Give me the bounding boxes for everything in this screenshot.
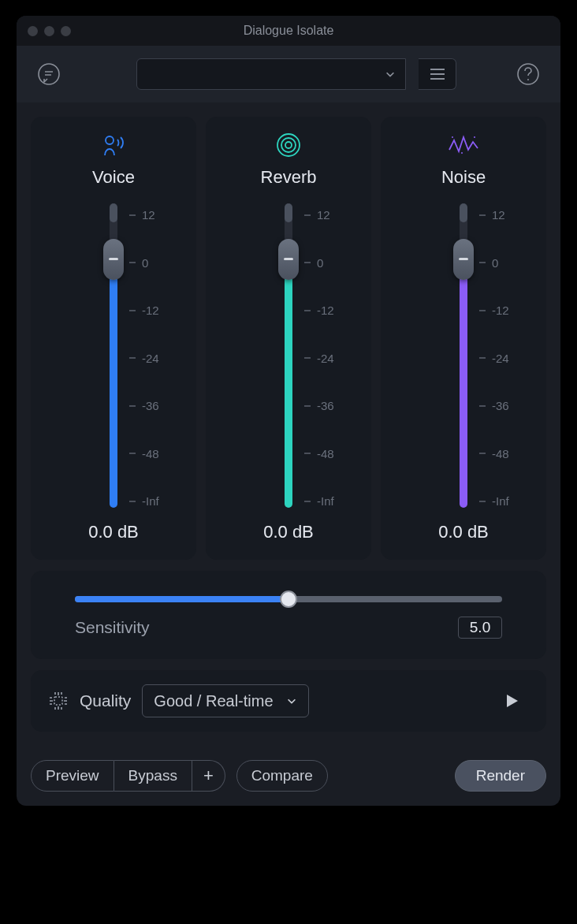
reverb-fill bbox=[285, 259, 292, 508]
noise-slider-track[interactable] bbox=[460, 208, 467, 508]
play-icon bbox=[505, 693, 519, 709]
sliders-row: Voice 12 0 -12 -24 -36 -48 -Inf bbox=[31, 117, 546, 560]
preview-bypass-group: Preview Bypass + bbox=[31, 760, 225, 792]
noise-label: Noise bbox=[441, 167, 486, 188]
footer: Preview Bypass + Compare Render bbox=[17, 746, 560, 806]
sensitivity-slider[interactable] bbox=[75, 596, 502, 602]
titlebar: Dialogue Isolate bbox=[17, 16, 560, 46]
preview-button[interactable]: Preview bbox=[31, 760, 114, 792]
chat-icon[interactable] bbox=[34, 59, 64, 89]
preset-menu-button[interactable] bbox=[419, 58, 456, 90]
hamburger-icon bbox=[429, 67, 446, 81]
reverb-slider-thumb[interactable] bbox=[278, 239, 299, 280]
plus-button[interactable]: + bbox=[192, 760, 225, 792]
render-button[interactable]: Render bbox=[455, 760, 546, 792]
noise-icon bbox=[448, 131, 479, 159]
svg-point-7 bbox=[527, 79, 529, 80]
svg-point-0 bbox=[39, 64, 59, 84]
window-controls bbox=[28, 26, 71, 36]
chevron-down-icon bbox=[286, 695, 297, 706]
voice-ticks: 12 0 -12 -24 -36 -48 -Inf bbox=[129, 208, 159, 508]
svg-point-12 bbox=[452, 136, 453, 138]
sensitivity-panel: Sensitivity 5.0 bbox=[31, 571, 546, 659]
toolbar bbox=[17, 46, 560, 102]
noise-fill bbox=[460, 259, 467, 508]
reverb-ticks: 12 0 -12 -24 -36 -48 -Inf bbox=[304, 208, 334, 508]
noise-slider-thumb[interactable] bbox=[453, 239, 474, 280]
help-button[interactable] bbox=[513, 59, 543, 89]
content-area: Voice 12 0 -12 -24 -36 -48 -Inf bbox=[17, 102, 560, 746]
window-title: Dialogue Isolate bbox=[17, 24, 560, 38]
reverb-slider-track[interactable] bbox=[285, 208, 292, 508]
compare-button[interactable]: Compare bbox=[236, 760, 328, 792]
quality-panel: Quality Good / Real-time bbox=[31, 670, 546, 732]
noise-value[interactable]: 0.0 dB bbox=[438, 522, 489, 542]
slider-nub bbox=[460, 203, 467, 222]
voice-value[interactable]: 0.0 dB bbox=[88, 522, 139, 542]
sensitivity-fill bbox=[75, 596, 288, 602]
svg-point-13 bbox=[461, 152, 463, 154]
slider-nub bbox=[110, 203, 117, 222]
reverb-label: Reverb bbox=[261, 167, 317, 188]
cpu-icon bbox=[48, 691, 69, 711]
minimize-window-button[interactable] bbox=[44, 26, 54, 36]
chevron-down-icon bbox=[385, 69, 396, 80]
svg-point-10 bbox=[281, 138, 296, 152]
bypass-button[interactable]: Bypass bbox=[114, 760, 192, 792]
sensitivity-thumb[interactable] bbox=[280, 591, 297, 608]
noise-slider-area: 12 0 -12 -24 -36 -48 -Inf bbox=[389, 208, 538, 508]
voice-label: Voice bbox=[92, 167, 135, 188]
svg-point-8 bbox=[106, 136, 114, 144]
play-button[interactable] bbox=[496, 684, 529, 717]
noise-ticks: 12 0 -12 -24 -36 -48 -Inf bbox=[479, 208, 509, 508]
noise-panel: Noise 12 0 -12 -24 -36 -48 -Inf bbox=[381, 117, 546, 560]
voice-slider-thumb[interactable] bbox=[103, 239, 124, 280]
preset-dropdown[interactable] bbox=[136, 58, 406, 90]
reverb-panel: Reverb 12 0 -12 -24 -36 -48 -Inf bbox=[206, 117, 371, 560]
voice-icon bbox=[99, 131, 128, 159]
quality-selected: Good / Real-time bbox=[154, 692, 273, 710]
slider-nub bbox=[285, 203, 292, 222]
close-window-button[interactable] bbox=[28, 26, 38, 36]
sensitivity-label: Sensitivity bbox=[75, 618, 150, 637]
reverb-value[interactable]: 0.0 dB bbox=[263, 522, 314, 542]
svg-point-9 bbox=[285, 142, 292, 148]
voice-slider-area: 12 0 -12 -24 -36 -48 -Inf bbox=[39, 208, 188, 508]
quality-label: Quality bbox=[80, 691, 131, 710]
sensitivity-value[interactable]: 5.0 bbox=[458, 617, 502, 639]
svg-rect-15 bbox=[54, 697, 62, 705]
voice-panel: Voice 12 0 -12 -24 -36 -48 -Inf bbox=[31, 117, 196, 560]
help-icon bbox=[516, 61, 541, 87]
app-window: Dialogue Isolate bbox=[17, 16, 560, 806]
zoom-window-button[interactable] bbox=[61, 26, 71, 36]
voice-fill bbox=[110, 259, 117, 508]
svg-point-14 bbox=[474, 136, 475, 138]
reverb-slider-area: 12 0 -12 -24 -36 -48 -Inf bbox=[214, 208, 363, 508]
reverb-icon bbox=[275, 131, 302, 159]
quality-select[interactable]: Good / Real-time bbox=[142, 684, 308, 717]
voice-slider-track[interactable] bbox=[110, 208, 117, 508]
